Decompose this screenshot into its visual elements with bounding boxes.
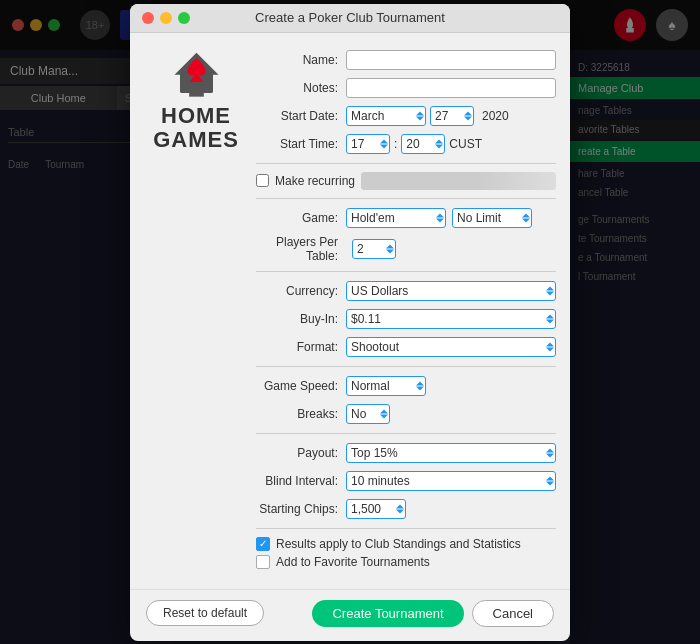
modal-logo: HOME GAMES <box>146 49 256 573</box>
format-wrapper: Shootout <box>346 337 556 357</box>
cust-label: CUST <box>449 137 482 151</box>
recurring-bar <box>361 172 556 190</box>
players-count-wrapper: 2 3 4 5 6 7 8 9 <box>352 239 396 259</box>
notes-row: Notes: <box>256 77 556 99</box>
titlebar-buttons <box>142 12 190 24</box>
buyin-select[interactable]: $0.11 <box>346 309 556 329</box>
favorite-checkbox[interactable] <box>256 555 270 569</box>
starting-chips-label: Starting Chips: <box>256 502 346 516</box>
blind-interval-select[interactable]: 10 minutes <box>346 471 556 491</box>
players-count-select[interactable]: 2 3 4 5 6 7 8 9 <box>352 239 396 259</box>
divider-4 <box>256 366 556 367</box>
modal-title: Create a Poker Club Tournament <box>255 10 445 25</box>
payout-select[interactable]: Top 15% <box>346 443 556 463</box>
starting-chips-row: Starting Chips: 1,500 <box>256 498 556 520</box>
results-checkbox-label: Results apply to Club Standings and Stat… <box>276 537 521 551</box>
name-label: Name: <box>256 53 346 67</box>
breaks-label: Breaks: <box>256 407 346 421</box>
results-checkbox[interactable]: ✓ <box>256 537 270 551</box>
hour-wrapper: 17 <box>346 134 390 154</box>
time-colon: : <box>394 137 397 151</box>
modal-minimize-button[interactable] <box>160 12 172 24</box>
currency-wrapper: US Dollars <box>346 281 556 301</box>
breaks-wrapper: No Yes <box>346 404 390 424</box>
divider-1 <box>256 163 556 164</box>
name-input[interactable] <box>346 50 556 70</box>
payout-label: Payout: <box>256 446 346 460</box>
divider-2 <box>256 198 556 199</box>
game-limit-wrapper: No Limit Limit Pot Limit <box>452 208 532 228</box>
format-row: Format: Shootout <box>256 336 556 358</box>
month-select[interactable]: January February March April May June Ju… <box>346 106 426 126</box>
start-date-row: Start Date: January February March April… <box>256 105 556 127</box>
start-time-label: Start Time: <box>256 137 346 151</box>
modal-maximize-button[interactable] <box>178 12 190 24</box>
players-per-table-label: Players Per Table: <box>256 235 346 263</box>
game-type-select[interactable]: Hold'em Omaha <box>346 208 446 228</box>
divider-6 <box>256 528 556 529</box>
modal-overlay: Create a Poker Club Tournament HOME GAME… <box>0 0 700 644</box>
hour-select[interactable]: 17 <box>346 134 390 154</box>
currency-label: Currency: <box>256 284 346 298</box>
modal-body: HOME GAMES Name: Notes: Start Dat <box>130 33 570 589</box>
start-date-label: Start Date: <box>256 109 346 123</box>
buyin-label: Buy-In: <box>256 312 346 326</box>
currency-select[interactable]: US Dollars <box>346 281 556 301</box>
recurring-row: Make recurring <box>256 172 556 190</box>
payout-row: Payout: Top 15% <box>256 442 556 464</box>
favorite-checkbox-row: Add to Favorite Tournaments <box>256 555 556 569</box>
starting-chips-wrapper: 1,500 <box>346 499 406 519</box>
currency-row: Currency: US Dollars <box>256 280 556 302</box>
breaks-row: Breaks: No Yes <box>256 403 556 425</box>
results-checkbox-row: ✓ Results apply to Club Standings and St… <box>256 537 556 551</box>
notes-label: Notes: <box>256 81 346 95</box>
home-games-logo-text: HOME GAMES <box>153 104 239 152</box>
divider-3 <box>256 271 556 272</box>
game-speed-row: Game Speed: Normal <box>256 375 556 397</box>
create-tournament-button[interactable]: Create Tournament <box>312 600 463 627</box>
payout-wrapper: Top 15% <box>346 443 556 463</box>
reset-button[interactable]: Reset to default <box>146 600 264 626</box>
game-speed-label: Game Speed: <box>256 379 346 393</box>
game-row: Game: Hold'em Omaha <box>256 207 556 229</box>
minute-wrapper: 20 <box>401 134 445 154</box>
game-speed-select[interactable]: Normal <box>346 376 426 396</box>
year-text: 2020 <box>482 109 509 123</box>
month-wrapper: January February March April May June Ju… <box>346 106 426 126</box>
time-section: 17 : 20 <box>346 134 482 154</box>
game-limit-select[interactable]: No Limit Limit Pot Limit <box>452 208 532 228</box>
modal-dialog: Create a Poker Club Tournament HOME GAME… <box>130 4 570 641</box>
breaks-select[interactable]: No Yes <box>346 404 390 424</box>
blind-interval-label: Blind Interval: <box>256 474 346 488</box>
cancel-button[interactable]: Cancel <box>472 600 554 627</box>
modal-close-button[interactable] <box>142 12 154 24</box>
blind-interval-row: Blind Interval: 10 minutes <box>256 470 556 492</box>
start-time-row: Start Time: 17 : <box>256 133 556 155</box>
game-type-wrapper: Hold'em Omaha <box>346 208 446 228</box>
favorite-checkbox-label: Add to Favorite Tournaments <box>276 555 430 569</box>
buyin-wrapper: $0.11 <box>346 309 556 329</box>
name-row: Name: <box>256 49 556 71</box>
notes-input[interactable] <box>346 78 556 98</box>
footer-right-buttons: Create Tournament Cancel <box>312 600 554 627</box>
spade-logo-icon <box>169 49 224 104</box>
format-label: Format: <box>256 340 346 354</box>
modal-form: Name: Notes: Start Date: January <box>256 49 556 573</box>
players-per-table-row: Players Per Table: 2 3 4 5 6 7 8 9 <box>256 235 556 263</box>
blind-interval-wrapper: 10 minutes <box>346 471 556 491</box>
minute-select[interactable]: 20 <box>401 134 445 154</box>
recurring-label: Make recurring <box>275 174 355 188</box>
format-select[interactable]: Shootout <box>346 337 556 357</box>
svg-rect-2 <box>189 89 204 96</box>
game-speed-wrapper: Normal <box>346 376 426 396</box>
game-label: Game: <box>256 211 346 225</box>
divider-5 <box>256 433 556 434</box>
modal-footer: Reset to default Create Tournament Cance… <box>130 589 570 641</box>
buyin-row: Buy-In: $0.11 <box>256 308 556 330</box>
modal-titlebar: Create a Poker Club Tournament <box>130 4 570 33</box>
day-select[interactable]: 27 <box>430 106 474 126</box>
starting-chips-select[interactable]: 1,500 <box>346 499 406 519</box>
recurring-checkbox[interactable] <box>256 174 269 187</box>
game-controls: Hold'em Omaha No Limit Limit <box>346 208 532 228</box>
date-section: January February March April May June Ju… <box>346 106 509 126</box>
